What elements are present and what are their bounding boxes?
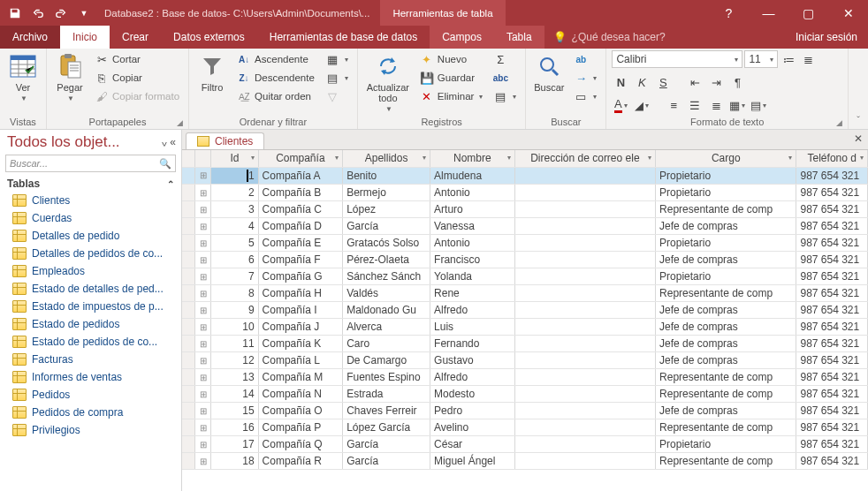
cell-id[interactable]: 1 [211, 167, 258, 185]
cell-company[interactable]: Compañía M [258, 369, 343, 386]
view-button[interactable]: Ver ▼ [5, 50, 41, 102]
minimize-icon[interactable]: — [749, 0, 788, 26]
expand-row-icon[interactable]: ⊞ [195, 319, 211, 336]
cell-lastname[interactable]: Fuentes Espino [343, 369, 430, 386]
table-row[interactable]: ⊞13Compañía MFuentes EspinoAlfredoRepres… [182, 369, 868, 386]
cell-email[interactable] [514, 319, 655, 336]
maximize-icon[interactable]: ▢ [788, 0, 828, 26]
table-row[interactable]: ⊞12Compañía LDe CamargoGustavoJefe de co… [182, 352, 868, 369]
cell-firstname[interactable]: Alfredo [430, 369, 515, 386]
sort-desc-button[interactable]: Z↓Descendente [233, 69, 318, 87]
cell-phone[interactable]: 987 654 321 [796, 285, 868, 302]
column-header[interactable]: Id▾ [211, 150, 258, 167]
expand-row-icon[interactable]: ⊞ [195, 336, 211, 352]
totals-button[interactable]: Σ [490, 50, 520, 68]
expand-row-icon[interactable]: ⊞ [195, 167, 211, 185]
cell-firstname[interactable]: Almudena [430, 167, 515, 185]
nav-pane-header[interactable]: Todos los objet... ^« [0, 130, 181, 153]
cell-company[interactable]: Compañía D [258, 218, 343, 235]
cell-id[interactable]: 12 [211, 352, 258, 369]
paste-button[interactable]: Pegar ▼ [52, 50, 88, 102]
qat-customize-icon[interactable]: ▼ [74, 4, 94, 23]
text-direction-button[interactable]: ¶ [728, 73, 746, 91]
cell-role[interactable]: Jefe de compras [656, 319, 796, 336]
row-selector[interactable] [182, 369, 195, 386]
bold-button[interactable]: N [612, 73, 629, 91]
column-dropdown-icon[interactable]: ▾ [423, 154, 426, 162]
expand-row-icon[interactable]: ⊞ [195, 185, 211, 201]
cell-firstname[interactable]: Antonio [430, 235, 515, 252]
font-size-select[interactable]: 11▾ [744, 50, 778, 68]
tab-file[interactable]: Archivo [0, 26, 60, 49]
cell-firstname[interactable]: Alfredo [430, 302, 515, 319]
collapse-group-icon[interactable]: ⌃ [167, 179, 174, 189]
cell-firstname[interactable]: Rene [430, 285, 515, 302]
nav-item[interactable]: Empleados [0, 262, 181, 280]
row-selector[interactable] [182, 419, 195, 436]
tab-external-data[interactable]: Datos externos [161, 26, 257, 49]
expand-row-icon[interactable]: ⊞ [195, 436, 211, 453]
cell-company[interactable]: Compañía O [258, 403, 343, 419]
cell-firstname[interactable]: Luis [430, 319, 515, 336]
column-dropdown-icon[interactable]: ▾ [788, 154, 792, 162]
nav-item[interactable]: Pedidos [0, 386, 181, 404]
cell-phone[interactable]: 987 654 321 [796, 352, 868, 369]
expand-row-icon[interactable]: ⊞ [195, 268, 211, 285]
cell-company[interactable]: Compañía J [258, 319, 343, 336]
cell-email[interactable] [514, 218, 655, 235]
cell-id[interactable]: 9 [211, 302, 258, 319]
filter-button[interactable]: Filtro [194, 50, 230, 93]
row-selector[interactable] [182, 352, 195, 369]
font-color-button[interactable]: A▾ [612, 96, 629, 114]
expand-row-icon[interactable]: ⊞ [195, 453, 211, 470]
cell-lastname[interactable]: Benito [343, 167, 430, 185]
cell-phone[interactable]: 987 654 321 [796, 419, 868, 436]
nav-item[interactable]: Pedidos de compra [0, 404, 181, 421]
cell-email[interactable] [514, 252, 655, 268]
cell-phone[interactable]: 987 654 321 [796, 319, 868, 336]
save-record-button[interactable]: 💾Guardar [416, 69, 487, 87]
cell-lastname[interactable]: Caro [343, 336, 430, 352]
row-selector[interactable] [182, 201, 195, 218]
nav-item[interactable]: Estado de detalles de ped... [0, 280, 181, 298]
cell-email[interactable] [514, 419, 655, 436]
nav-item[interactable]: Facturas [0, 351, 181, 368]
row-selector[interactable] [182, 436, 195, 453]
table-row[interactable]: ⊞16Compañía PLópez GarcíaAvelinoRepresen… [182, 419, 868, 436]
tab-table[interactable]: Tabla [494, 26, 544, 49]
nav-item[interactable]: Estado de pedidos de co... [0, 333, 181, 351]
align-left-button[interactable]: ≡ [665, 96, 682, 114]
cell-company[interactable]: Compañía Q [258, 436, 343, 453]
save-icon[interactable] [5, 4, 25, 23]
cell-lastname[interactable]: Estrada [343, 386, 430, 403]
table-row[interactable]: ⊞1Compañía ABenitoAlmudenaPropietario987… [182, 167, 868, 185]
cell-id[interactable]: 2 [211, 185, 258, 201]
cell-email[interactable] [514, 436, 655, 453]
column-dropdown-icon[interactable]: ▾ [507, 154, 511, 162]
cell-company[interactable]: Compañía L [258, 352, 343, 369]
cell-phone[interactable]: 987 654 321 [796, 185, 868, 201]
goto-button[interactable]: →▾ [570, 69, 600, 87]
row-selector[interactable] [182, 185, 195, 201]
cell-email[interactable] [514, 336, 655, 352]
cell-lastname[interactable]: Gratacós Solso [343, 235, 430, 252]
tab-create[interactable]: Crear [110, 26, 161, 49]
cell-id[interactable]: 17 [211, 436, 258, 453]
nav-item[interactable]: Detalles de pedidos de co... [0, 245, 181, 262]
numbering-button[interactable]: ≣ [799, 50, 817, 68]
expand-row-icon[interactable]: ⊞ [195, 403, 211, 419]
row-selector[interactable] [182, 302, 195, 319]
cell-lastname[interactable]: García [343, 453, 430, 470]
nav-item[interactable]: Estado de impuestos de p... [0, 298, 181, 315]
cell-email[interactable] [514, 369, 655, 386]
cell-company[interactable]: Compañía H [258, 285, 343, 302]
cell-phone[interactable]: 987 654 321 [796, 436, 868, 453]
expand-row-icon[interactable]: ⊞ [195, 235, 211, 252]
cell-id[interactable]: 11 [211, 336, 258, 352]
decrease-indent-button[interactable]: ⇤ [686, 73, 704, 91]
table-row[interactable]: ⊞4Compañía DGarcíaVanessaJefe de compras… [182, 218, 868, 235]
expand-row-icon[interactable]: ⊞ [195, 252, 211, 268]
close-tab-icon[interactable]: ✕ [854, 132, 863, 145]
expand-row-icon[interactable]: ⊞ [195, 352, 211, 369]
cell-role[interactable]: Representante de comp [656, 369, 796, 386]
